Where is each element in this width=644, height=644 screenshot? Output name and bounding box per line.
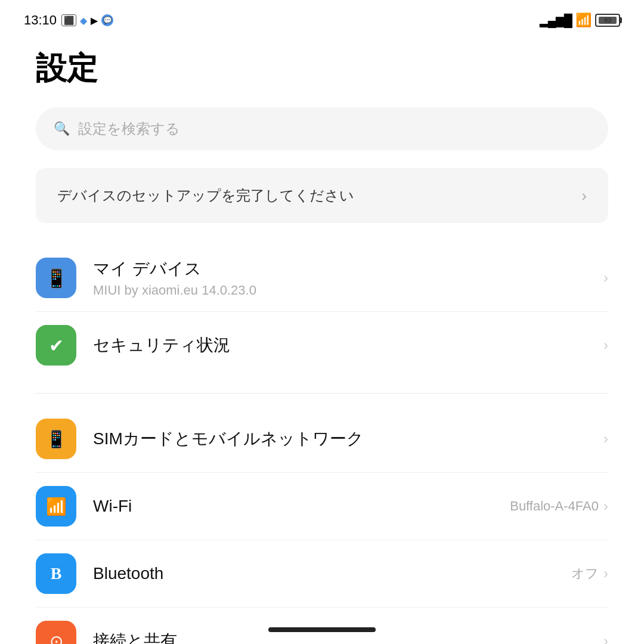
wifi-title: Wi-Fi bbox=[93, 497, 510, 516]
camera-icon: ⬛ bbox=[61, 14, 76, 26]
bluetooth-icon-wrap: B bbox=[36, 553, 76, 594]
setup-banner[interactable]: デバイスのセットアップを完了してください › bbox=[36, 168, 608, 223]
play-icon: ▶ bbox=[91, 15, 98, 26]
battery-container: 93 bbox=[595, 14, 620, 27]
section-device: 📱 マイ デバイス MIUI by xiaomi.eu 14.0.23.0 › … bbox=[36, 244, 608, 379]
bluetooth-chevron-icon: › bbox=[603, 565, 608, 582]
connection-icon: ⊙ bbox=[49, 631, 63, 645]
bluetooth-text: Bluetooth bbox=[93, 564, 571, 583]
my-device-right: › bbox=[603, 270, 608, 286]
my-device-chevron-icon: › bbox=[603, 270, 608, 286]
security-chevron-icon: › bbox=[603, 337, 608, 354]
my-device-text: マイ デバイス MIUI by xiaomi.eu 14.0.23.0 bbox=[93, 258, 603, 298]
bluetooth-status: オフ bbox=[571, 565, 599, 583]
bluetooth-icon: B bbox=[51, 564, 62, 583]
battery-percent: 93 bbox=[596, 17, 619, 24]
sim-icon: 📱 bbox=[45, 428, 68, 450]
time-display: 13:10 bbox=[24, 13, 57, 28]
signal-bars-icon: ▂▄▆█ bbox=[540, 13, 572, 27]
my-device-subtitle: MIUI by xiaomi.eu 14.0.23.0 bbox=[93, 283, 603, 298]
sim-row[interactable]: 📱 SIMカードとモバイルネットワーク › bbox=[36, 405, 608, 472]
my-device-row[interactable]: 📱 マイ デバイス MIUI by xiaomi.eu 14.0.23.0 › bbox=[36, 244, 608, 311]
connection-chevron-icon: › bbox=[603, 633, 608, 644]
sim-text: SIMカードとモバイルネットワーク bbox=[93, 428, 603, 450]
bluetooth-row[interactable]: B Bluetooth オフ › bbox=[36, 540, 608, 607]
sim-right: › bbox=[603, 431, 608, 447]
wifi-icon: 📶 bbox=[575, 13, 592, 28]
bluetooth-right: オフ › bbox=[571, 565, 608, 583]
setup-text: デバイスのセットアップを完了してください bbox=[57, 185, 354, 206]
status-right-icons: ▂▄▆█ 📶 93 bbox=[540, 13, 620, 28]
wifi-text: Wi-Fi bbox=[93, 497, 510, 516]
bluetooth-title: Bluetooth bbox=[93, 564, 571, 583]
wifi-setting-icon: 📶 bbox=[46, 497, 67, 516]
status-time-area: 13:10 ⬛ ◆ ▶ 💬 bbox=[24, 13, 113, 28]
my-device-icon: 📱 bbox=[45, 268, 67, 289]
security-row[interactable]: ✔ セキュリティ状況 › bbox=[36, 311, 608, 379]
my-device-icon-wrap: 📱 bbox=[36, 258, 76, 298]
security-text: セキュリティ状況 bbox=[93, 334, 603, 357]
wifi-chevron-icon: › bbox=[603, 498, 608, 515]
wifi-icon-wrap: 📶 bbox=[36, 486, 76, 527]
security-title: セキュリティ状況 bbox=[93, 334, 603, 357]
sim-icon-wrap: 📱 bbox=[36, 419, 76, 459]
status-left-icons: ⬛ ◆ ▶ 💬 bbox=[61, 14, 113, 26]
sim-chevron-icon: › bbox=[603, 431, 608, 447]
section-network: 📱 SIMカードとモバイルネットワーク › 📶 Wi-Fi Buffalo-A-… bbox=[36, 405, 608, 644]
security-icon: ✔ bbox=[49, 335, 64, 356]
main-content: 設定 🔍 設定を検索する デバイスのセットアップを完了してください › 📱 マイ… bbox=[0, 36, 644, 644]
connection-icon-wrap: ⊙ bbox=[36, 621, 76, 644]
wifi-right: Buffalo-A-4FA0 › bbox=[510, 498, 608, 515]
search-bar[interactable]: 🔍 設定を検索する bbox=[36, 107, 608, 150]
wifi-network-name: Buffalo-A-4FA0 bbox=[510, 499, 599, 514]
status-bar: 13:10 ⬛ ◆ ▶ 💬 ▂▄▆█ 📶 93 bbox=[0, 0, 644, 36]
my-device-title: マイ デバイス bbox=[93, 258, 603, 280]
security-right: › bbox=[603, 337, 608, 354]
search-icon: 🔍 bbox=[54, 121, 70, 137]
sim-title: SIMカードとモバイルネットワーク bbox=[93, 428, 603, 450]
wifi-row[interactable]: 📶 Wi-Fi Buffalo-A-4FA0 › bbox=[36, 472, 608, 540]
connection-row[interactable]: ⊙ 接続と共有 › bbox=[36, 607, 608, 644]
home-indicator bbox=[268, 627, 376, 632]
search-placeholder-text: 設定を検索する bbox=[78, 119, 180, 138]
page-title: 設定 bbox=[36, 48, 608, 89]
battery-tip bbox=[620, 17, 622, 23]
message-icon: 💬 bbox=[101, 14, 113, 26]
security-icon-wrap: ✔ bbox=[36, 325, 76, 366]
setup-chevron-icon: › bbox=[581, 187, 587, 205]
connection-right: › bbox=[603, 633, 608, 644]
sync-icon: ◆ bbox=[80, 15, 87, 26]
divider-1 bbox=[36, 393, 608, 394]
